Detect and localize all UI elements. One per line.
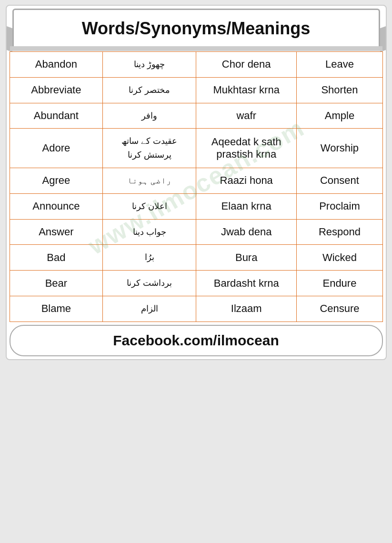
english-word: Bear (10, 271, 103, 296)
english-word: Abandon (10, 52, 103, 78)
transliteration: Bura (196, 245, 297, 271)
urdu-word: برُا (103, 245, 196, 271)
synonym: Respond (297, 219, 382, 245)
synonym: Censure (297, 296, 382, 322)
urdu-word: وافر (103, 103, 196, 129)
header-wrapper: Words/Synonyms/Meanings (10, 9, 383, 49)
transliteration: Ilzaam (196, 296, 297, 322)
table-wrapper: www.ilmocean.com Abandonچھوڑ دیناChor de… (7, 49, 386, 325)
table-row: Answerجواب دیناJwab denaRespond (10, 219, 382, 245)
transliteration: Elaan krna (196, 193, 297, 219)
urdu-word: مختصر کرنا (103, 77, 196, 103)
transliteration: Chor dena (196, 52, 297, 78)
table-row: Abandonچھوڑ دیناChor denaLeave (10, 52, 382, 78)
synonym: Consent (297, 168, 382, 193)
transliteration: Raazi hona (196, 168, 297, 193)
english-word: Abundant (10, 103, 103, 129)
english-word: Adore (10, 129, 103, 168)
table-row: Agreeراضی ہوناRaazi honaConsent (10, 168, 382, 193)
urdu-word: جواب دینا (103, 219, 196, 245)
english-word: Blame (10, 296, 103, 322)
synonym: Shorten (297, 77, 382, 103)
table-row: Adoreعقیدت کے ساتھ پرستش کرناAqeedat k s… (10, 129, 382, 168)
page-title: Words/Synonyms/Meanings (82, 19, 310, 38)
title-bar: Words/Synonyms/Meanings (12, 9, 380, 49)
table-row: AbundantوافرwafrAmple (10, 103, 382, 129)
table-row: BadبرُاBuraWicked (10, 245, 382, 271)
synonym: Endure (297, 271, 382, 296)
transliteration: Bardasht krna (196, 271, 297, 296)
synonym: Proclaim (297, 193, 382, 219)
table-row: Announceاعلان کرناElaan krnaProclaim (10, 193, 382, 219)
transliteration: Jwab dena (196, 219, 297, 245)
table-row: Abbreviateمختصر کرناMukhtasr krnaShorten (10, 77, 382, 103)
english-word: Announce (10, 193, 103, 219)
table-row: Bearبرداشت کرناBardasht krnaEndure (10, 271, 382, 296)
english-word: Answer (10, 219, 103, 245)
urdu-word: چھوڑ دینا (103, 52, 196, 78)
synonym: Leave (297, 52, 382, 78)
urdu-word: عقیدت کے ساتھ پرستش کرنا (103, 129, 196, 168)
transliteration: Mukhtasr krna (196, 77, 297, 103)
words-table: Abandonچھوڑ دیناChor denaLeaveAbbreviate… (10, 51, 383, 322)
synonym: Ample (297, 103, 382, 129)
main-container: Words/Synonyms/Meanings www.ilmocean.com… (6, 5, 387, 360)
footer-text: Facebook.com/ilmocean (113, 332, 279, 348)
transliteration: Aqeedat k sath prastish krna (196, 129, 297, 168)
english-word: Bad (10, 245, 103, 271)
table-row: BlameالزامIlzaamCensure (10, 296, 382, 322)
urdu-word: راضی ہونا (103, 168, 196, 193)
english-word: Agree (10, 168, 103, 193)
synonym: Worship (297, 129, 382, 168)
urdu-word: اعلان کرنا (103, 193, 196, 219)
english-word: Abbreviate (10, 77, 103, 103)
transliteration: wafr (196, 103, 297, 129)
synonym: Wicked (297, 245, 382, 271)
footer-bar: Facebook.com/ilmocean (10, 325, 383, 356)
urdu-word: الزام (103, 296, 196, 322)
urdu-word: برداشت کرنا (103, 271, 196, 296)
